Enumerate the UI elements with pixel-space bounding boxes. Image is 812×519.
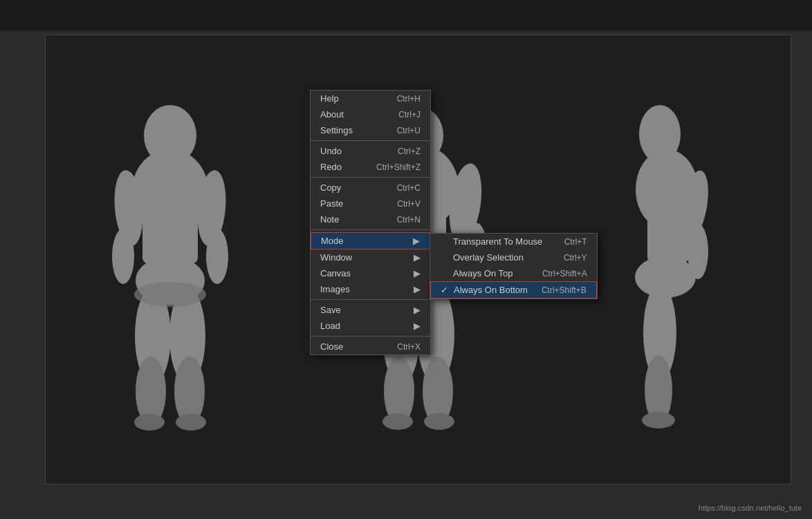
menu-shortcut-about: Ctrl+J [398,110,421,120]
menu-label-about: About [320,109,344,120]
svg-point-37 [642,412,675,428]
check-overlay [440,252,450,263]
mode-arrow-icon: ▶ [413,236,420,246]
menu-label-help: Help [320,93,339,104]
menu-shortcut-redo: Ctrl+Shift+Z [376,162,421,172]
menu-item-redo[interactable]: Redo Ctrl+Shift+Z [311,159,430,175]
svg-rect-2 [142,215,198,263]
menu-label-undo: Undo [320,146,342,156]
url-watermark: https://blog.csdn.net/hello_tute [699,504,802,512]
menu-item-close[interactable]: Close Ctrl+X [311,339,430,355]
save-arrow-icon: ▶ [414,305,421,315]
submenu-item-always-bottom[interactable]: ✓ Always On Bottom Ctrl+Shift+B [430,281,597,299]
menu-item-images[interactable]: Images ▶ [311,281,430,297]
menu-label-redo: Redo [320,162,342,172]
submenu-item-overlay[interactable]: Overlay Selection Ctrl+Y [430,249,597,265]
menu-label-copy: Copy [320,182,341,193]
context-menu: Help Ctrl+H About Ctrl+J Settings Ctrl+U… [310,90,431,355]
menu-item-mode[interactable]: Mode ▶ Transparent To Mouse Ctrl+T Overl… [311,232,430,249]
separator-1 [311,140,430,141]
submenu-shortcut-always-top: Ctrl+Shift+A [542,269,587,279]
menu-item-undo[interactable]: Undo Ctrl+Z [311,143,430,159]
submenu-label-always-top: Always On Top [453,268,528,279]
menu-item-paste[interactable]: Paste Ctrl+V [311,196,430,211]
menu-shortcut-close: Ctrl+X [397,342,421,352]
menu-label-note: Note [320,214,339,225]
svg-point-14 [134,282,206,307]
menu-label-images: Images [320,284,350,294]
check-always-top [440,268,450,279]
svg-point-27 [382,413,413,430]
submenu-label-always-bottom: Always On Bottom [454,285,528,295]
menu-shortcut-undo: Ctrl+Z [398,147,421,156]
menu-item-load[interactable]: Load ▶ [311,318,430,334]
images-arrow-icon: ▶ [414,284,421,294]
separator-5 [311,336,430,337]
mode-submenu: Transparent To Mouse Ctrl+T Overlay Sele… [430,233,598,299]
svg-point-13 [176,414,206,431]
menu-label-paste: Paste [320,198,343,209]
menu-item-about[interactable]: About Ctrl+J [311,106,430,122]
menu-label-window: Window [320,252,352,263]
menu-shortcut-paste: Ctrl+V [397,199,421,209]
submenu-shortcut-overlay: Ctrl+Y [564,253,587,263]
check-always-bottom: ✓ [441,285,450,295]
separator-4 [311,299,430,300]
submenu-item-transparent[interactable]: Transparent To Mouse Ctrl+T [430,234,597,249]
menu-label-mode: Mode [321,236,344,246]
menu-item-help[interactable]: Help Ctrl+H [311,91,430,106]
menu-shortcut-copy: Ctrl+C [397,183,421,193]
menu-label-save: Save [320,305,341,315]
svg-point-6 [206,229,228,284]
menu-label-settings: Settings [320,125,353,135]
menu-item-copy[interactable]: Copy Ctrl+C [311,180,430,196]
separator-3 [311,229,430,230]
submenu-label-transparent: Transparent To Mouse [453,236,551,247]
separator-2 [311,177,430,178]
menu-item-settings[interactable]: Settings Ctrl+U [311,122,430,138]
menu-label-load: Load [320,321,340,331]
menu-item-window[interactable]: Window ▶ [311,249,430,265]
check-transparent [440,236,450,247]
submenu-shortcut-transparent: Ctrl+T [564,237,587,247]
menu-item-note[interactable]: Note Ctrl+N [311,211,430,227]
menu-shortcut-note: Ctrl+N [397,215,421,225]
submenu-item-always-top[interactable]: Always On Top Ctrl+Shift+A [430,265,597,281]
svg-point-28 [424,413,454,430]
window-arrow-icon: ▶ [414,252,421,263]
canvas-arrow-icon: ▶ [414,268,421,279]
load-arrow-icon: ▶ [414,321,421,331]
menu-label-canvas: Canvas [320,268,351,279]
submenu-label-overlay: Overlay Selection [453,252,550,263]
figure-side [570,80,764,440]
menu-label-close: Close [320,341,343,352]
menu-item-save[interactable]: Save ▶ [311,302,430,318]
menu-shortcut-settings: Ctrl+U [397,126,421,135]
top-bar [0,0,812,31]
menu-item-canvas[interactable]: Canvas ▶ [311,265,430,281]
menu-shortcut-help: Ctrl+H [397,94,421,104]
figure-front [73,80,267,440]
svg-point-12 [134,414,165,431]
submenu-shortcut-always-bottom: Ctrl+Shift+B [542,285,587,295]
svg-point-5 [112,229,134,284]
